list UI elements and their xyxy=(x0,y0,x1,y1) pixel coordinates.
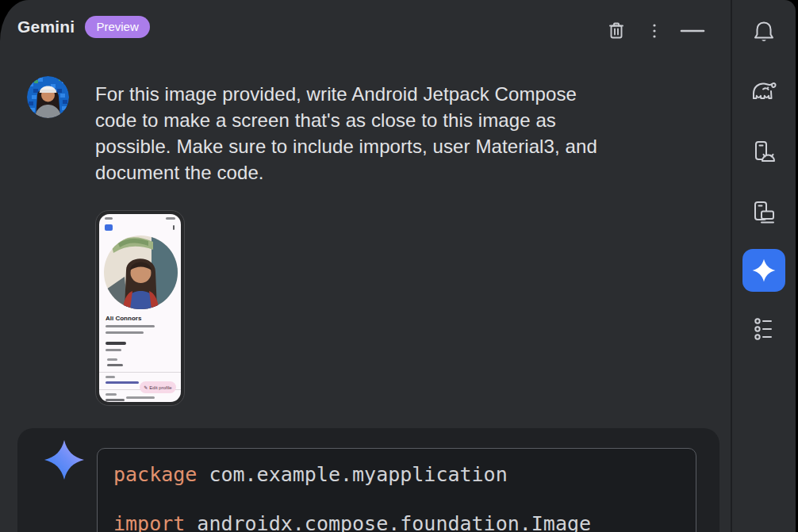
code-line: package com.example.myapplication xyxy=(113,462,696,487)
gemini-star-icon xyxy=(752,258,776,282)
gemini-response-card: package com.example.myapplication import… xyxy=(17,428,719,532)
gemini-tool-window: Gemini Preview xyxy=(0,0,798,532)
header: Gemini Preview xyxy=(17,16,150,38)
message-line: For this image provided, write Android J… xyxy=(95,81,722,107)
profile-name: Ali Connors xyxy=(106,315,141,322)
pencil-icon: ✎ xyxy=(144,385,148,390)
preview-badge: Preview xyxy=(85,16,149,38)
tool-window-stripe xyxy=(732,0,796,532)
more-vertical-icon[interactable] xyxy=(641,19,668,43)
app-logo xyxy=(105,224,113,231)
page-title: Gemini xyxy=(17,17,75,36)
home-indicator xyxy=(126,396,155,399)
message-line: code to make a screen that's as close to… xyxy=(95,107,722,133)
device-manager-icon[interactable] xyxy=(746,136,781,168)
header-actions xyxy=(603,19,706,43)
profile-photo xyxy=(104,235,178,309)
code-block: package com.example.myapplication import… xyxy=(97,448,696,532)
user-avatar xyxy=(27,76,69,118)
edit-profile-button: ✎ Edit profile xyxy=(140,381,176,393)
running-devices-icon[interactable] xyxy=(746,197,781,228)
code-line: import androidx.compose.foundation.Image xyxy=(113,511,696,532)
gemini-spark-icon xyxy=(44,439,85,480)
attached-image-phone-mockup[interactable]: Ali Connors ✎ Edit profile xyxy=(95,210,185,406)
user-message: For this image provided, write Android J… xyxy=(95,81,722,186)
gemini-tool-button-active[interactable] xyxy=(742,249,785,292)
minimize-icon[interactable] xyxy=(679,19,706,43)
todo-list-icon[interactable] xyxy=(746,314,781,346)
message-line: possible. Make sure to include imports, … xyxy=(95,133,722,159)
gradle-icon[interactable] xyxy=(746,75,781,106)
bell-icon[interactable] xyxy=(746,16,781,48)
app-window: Gemini Preview xyxy=(0,0,796,532)
message-line: document the code. xyxy=(95,159,722,186)
trash-icon[interactable] xyxy=(603,19,630,43)
email-value xyxy=(106,381,139,384)
phone-screen: Ali Connors ✎ Edit profile xyxy=(99,214,181,402)
